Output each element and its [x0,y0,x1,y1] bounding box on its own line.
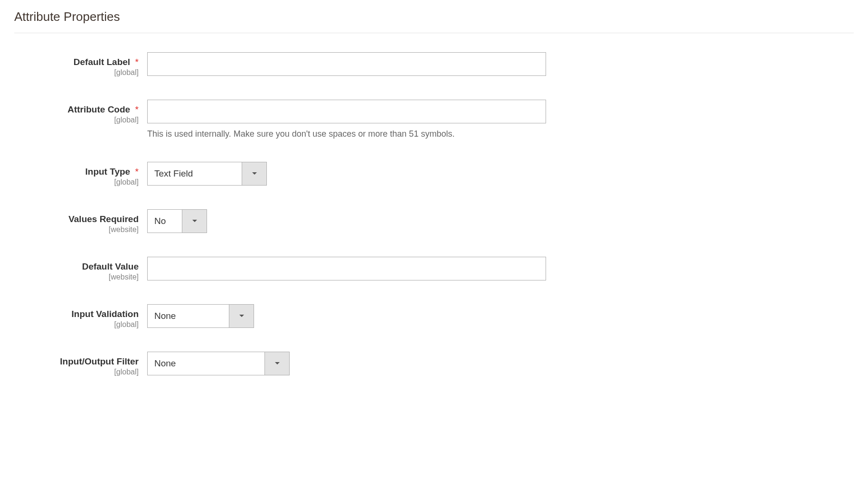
attribute-properties-section: Attribute Properties Default Label * [gl… [14,9,854,376]
scope-hint: [global] [14,116,139,124]
input-validation-label: Input Validation [72,309,139,319]
field-row-attribute-code: Attribute Code * [global] This is used i… [14,100,854,139]
attribute-code-input[interactable] [147,100,546,123]
scope-hint: [global] [14,320,139,329]
io-filter-value: None [148,352,264,375]
scope-hint: [website] [14,225,139,234]
required-asterisk: * [135,167,139,177]
default-label-input[interactable] [147,52,546,76]
values-required-label: Values Required [68,214,139,224]
scope-hint: [global] [14,68,139,77]
control-col: Text Field [147,162,267,186]
label-col: Default Label * [global] [14,52,147,77]
field-row-io-filter: Input/Output Filter [global] None [14,352,854,376]
io-filter-select[interactable]: None [147,352,290,375]
input-validation-value: None [148,305,229,327]
required-asterisk: * [135,104,139,114]
control-col: No [147,209,207,233]
chevron-down-icon [264,352,289,375]
control-col: None [147,304,254,328]
label-col: Input Validation [global] [14,304,147,329]
default-value-input[interactable] [147,257,546,280]
control-col [147,52,546,76]
values-required-select[interactable]: No [147,209,207,233]
control-col: None [147,352,290,375]
attribute-code-label: Attribute Code [67,104,130,114]
scope-hint: [global] [14,368,139,376]
chevron-down-icon [182,210,207,233]
field-row-default-value: Default Value [website] [14,257,854,281]
field-row-input-type: Input Type * [global] Text Field [14,162,854,187]
control-col: This is used internally. Make sure you d… [147,100,546,139]
input-type-value: Text Field [148,162,242,185]
label-col: Attribute Code * [global] [14,100,147,124]
control-col [147,257,546,280]
values-required-value: No [148,210,182,233]
default-label-label: Default Label [74,57,130,67]
default-value-label: Default Value [82,261,139,271]
required-asterisk: * [135,57,139,67]
label-col: Default Value [website] [14,257,147,281]
scope-hint: [website] [14,273,139,281]
label-col: Input/Output Filter [global] [14,352,147,376]
section-title: Attribute Properties [14,9,854,33]
chevron-down-icon [229,305,254,327]
io-filter-label: Input/Output Filter [60,356,139,366]
input-type-label: Input Type [85,167,131,177]
label-col: Values Required [website] [14,209,147,234]
field-row-values-required: Values Required [website] No [14,209,854,234]
input-validation-select[interactable]: None [147,304,254,328]
field-row-default-label: Default Label * [global] [14,52,854,77]
label-col: Input Type * [global] [14,162,147,187]
field-row-input-validation: Input Validation [global] None [14,304,854,329]
input-type-select[interactable]: Text Field [147,162,267,186]
scope-hint: [global] [14,178,139,187]
chevron-down-icon [242,162,266,185]
attribute-code-helper: This is used internally. Make sure you d… [147,129,546,139]
